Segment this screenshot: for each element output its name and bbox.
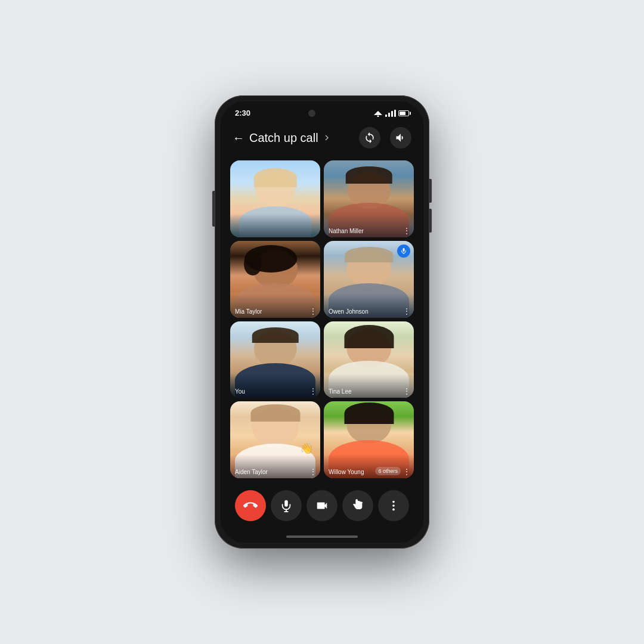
tile-menu-5[interactable]: ⋮ xyxy=(309,386,317,396)
speaking-badge-4 xyxy=(397,244,410,258)
participant-tile-7[interactable]: 👋 Aiden Taylor ⋮ xyxy=(230,401,320,478)
tile-menu-3[interactable]: ⋮ xyxy=(309,306,317,316)
hair-side-3 xyxy=(244,252,262,275)
hair-6 xyxy=(344,325,394,348)
phone-device: 2:30 xyxy=(215,95,429,549)
hair-7 xyxy=(250,404,300,421)
svg-point-9 xyxy=(392,509,395,511)
participant-name-2: Nathan Miller xyxy=(329,228,364,234)
participant-tile-8[interactable]: Willow Young 6 others ⋮ xyxy=(324,401,414,478)
volume-down-button[interactable] xyxy=(429,209,432,233)
home-indicator[interactable] xyxy=(286,535,358,538)
clock: 2:30 xyxy=(235,109,250,117)
end-call-button[interactable] xyxy=(235,490,266,521)
chevron-right-icon xyxy=(323,134,330,141)
svg-rect-4 xyxy=(284,500,288,507)
camera-dot xyxy=(308,110,315,117)
video-grid: Nathan Miller ⋮ Mia Taylor ⋮ xyxy=(221,158,423,481)
status-bar: 2:30 xyxy=(221,101,423,122)
tile-menu-8[interactable]: ⋮ xyxy=(402,467,411,476)
participant-name-5: You xyxy=(235,388,245,395)
system-icons xyxy=(373,110,409,117)
hair-8 xyxy=(344,402,394,424)
speaking-icon xyxy=(400,247,407,255)
participant-tile-2[interactable]: Nathan Miller ⋮ xyxy=(324,160,414,237)
tile-menu-4[interactable]: ⋮ xyxy=(402,306,411,316)
battery-icon xyxy=(398,110,409,116)
participant-tile-4[interactable]: Owen Johnson ⋮ xyxy=(324,241,414,318)
microphone-icon xyxy=(280,499,293,512)
hair-4 xyxy=(345,247,394,262)
participant-tile-6[interactable]: Tina Lee ⋮ xyxy=(324,321,414,398)
speaker-icon xyxy=(395,132,407,144)
participant-name-6: Tina Lee xyxy=(329,388,352,395)
tile-gradient-1 xyxy=(230,213,320,237)
participant-tile-1[interactable] xyxy=(230,160,320,237)
participant-name-3: Mia Taylor xyxy=(235,308,262,315)
wifi-icon xyxy=(373,110,383,117)
svg-marker-0 xyxy=(374,111,382,115)
more-vert-icon xyxy=(387,499,400,512)
participant-name-8: Willow Young xyxy=(329,469,364,475)
call-title: Catch up call xyxy=(249,131,318,145)
camera-icon xyxy=(315,499,329,512)
wave-hand-7: 👋 xyxy=(300,442,313,455)
raise-hand-button[interactable] xyxy=(342,490,373,521)
end-call-icon xyxy=(243,499,258,513)
flip-icon xyxy=(364,132,376,144)
volume-up-button[interactable] xyxy=(429,179,432,203)
mute-button[interactable] xyxy=(271,490,302,521)
participant-name-7: Aiden Taylor xyxy=(235,469,268,475)
svg-point-8 xyxy=(392,504,395,507)
hand-icon xyxy=(351,499,364,512)
svg-point-7 xyxy=(392,501,395,503)
svg-rect-2 xyxy=(403,248,405,252)
power-button[interactable] xyxy=(212,191,215,227)
tile-menu-6[interactable]: ⋮ xyxy=(402,386,411,396)
participant-tile-5[interactable]: You ⋮ xyxy=(230,321,320,398)
hair-2 xyxy=(345,166,392,183)
participant-tile-3[interactable]: Mia Taylor ⋮ xyxy=(230,241,320,318)
audio-button[interactable] xyxy=(390,127,411,148)
hair-5 xyxy=(252,327,299,343)
tile-menu-7[interactable]: ⋮ xyxy=(309,467,317,476)
tile-menu-2[interactable]: ⋮ xyxy=(402,226,411,236)
header-left: ← Catch up call xyxy=(233,131,330,145)
flip-camera-button[interactable] xyxy=(359,127,380,148)
participant-name-4: Owen Johnson xyxy=(329,308,369,315)
svg-point-1 xyxy=(377,115,379,117)
phone-screen: 2:30 xyxy=(221,101,423,543)
hair-1 xyxy=(253,168,296,187)
signal-icon xyxy=(385,110,396,117)
back-button[interactable]: ← xyxy=(233,131,244,145)
camera-button[interactable] xyxy=(306,490,338,521)
others-count-badge: 6 others xyxy=(375,467,401,475)
more-options-button[interactable] xyxy=(378,490,409,521)
header-right xyxy=(359,127,411,148)
call-header: ← Catch up call xyxy=(221,122,423,158)
call-controls xyxy=(221,481,423,535)
